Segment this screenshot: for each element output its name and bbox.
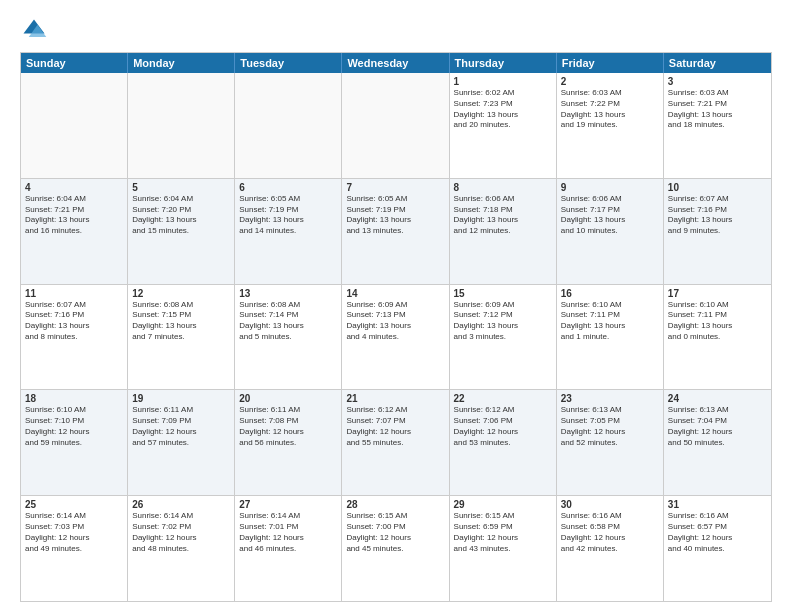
day-info: Sunrise: 6:11 AM Sunset: 7:09 PM Dayligh…: [132, 405, 230, 448]
day-number: 30: [561, 499, 659, 510]
day-number: 4: [25, 182, 123, 193]
day-number: 2: [561, 76, 659, 87]
day-info: Sunrise: 6:14 AM Sunset: 7:01 PM Dayligh…: [239, 511, 337, 554]
day-cell-19: 19Sunrise: 6:11 AM Sunset: 7:09 PM Dayli…: [128, 390, 235, 495]
day-number: 15: [454, 288, 552, 299]
day-cell-26: 26Sunrise: 6:14 AM Sunset: 7:02 PM Dayli…: [128, 496, 235, 601]
day-info: Sunrise: 6:16 AM Sunset: 6:57 PM Dayligh…: [668, 511, 767, 554]
day-cell-1: 1Sunrise: 6:02 AM Sunset: 7:23 PM Daylig…: [450, 73, 557, 178]
day-number: 31: [668, 499, 767, 510]
calendar-row-4: 25Sunrise: 6:14 AM Sunset: 7:03 PM Dayli…: [21, 496, 771, 601]
day-number: 23: [561, 393, 659, 404]
day-cell-28: 28Sunrise: 6:15 AM Sunset: 7:00 PM Dayli…: [342, 496, 449, 601]
day-cell-21: 21Sunrise: 6:12 AM Sunset: 7:07 PM Dayli…: [342, 390, 449, 495]
logo-icon: [20, 16, 48, 44]
day-info: Sunrise: 6:10 AM Sunset: 7:11 PM Dayligh…: [561, 300, 659, 343]
day-cell-5: 5Sunrise: 6:04 AM Sunset: 7:20 PM Daylig…: [128, 179, 235, 284]
day-number: 6: [239, 182, 337, 193]
calendar: SundayMondayTuesdayWednesdayThursdayFrid…: [20, 52, 772, 602]
header-cell-saturday: Saturday: [664, 53, 771, 73]
day-cell-15: 15Sunrise: 6:09 AM Sunset: 7:12 PM Dayli…: [450, 285, 557, 390]
day-number: 29: [454, 499, 552, 510]
day-info: Sunrise: 6:10 AM Sunset: 7:11 PM Dayligh…: [668, 300, 767, 343]
day-info: Sunrise: 6:06 AM Sunset: 7:18 PM Dayligh…: [454, 194, 552, 237]
day-info: Sunrise: 6:08 AM Sunset: 7:15 PM Dayligh…: [132, 300, 230, 343]
header-cell-monday: Monday: [128, 53, 235, 73]
day-number: 19: [132, 393, 230, 404]
day-info: Sunrise: 6:13 AM Sunset: 7:04 PM Dayligh…: [668, 405, 767, 448]
day-cell-7: 7Sunrise: 6:05 AM Sunset: 7:19 PM Daylig…: [342, 179, 449, 284]
calendar-row-1: 4Sunrise: 6:04 AM Sunset: 7:21 PM Daylig…: [21, 179, 771, 285]
page: SundayMondayTuesdayWednesdayThursdayFrid…: [0, 0, 792, 612]
day-cell-4: 4Sunrise: 6:04 AM Sunset: 7:21 PM Daylig…: [21, 179, 128, 284]
day-cell-31: 31Sunrise: 6:16 AM Sunset: 6:57 PM Dayli…: [664, 496, 771, 601]
day-info: Sunrise: 6:07 AM Sunset: 7:16 PM Dayligh…: [25, 300, 123, 343]
day-cell-6: 6Sunrise: 6:05 AM Sunset: 7:19 PM Daylig…: [235, 179, 342, 284]
day-number: 28: [346, 499, 444, 510]
empty-cell: [21, 73, 128, 178]
day-number: 10: [668, 182, 767, 193]
day-number: 16: [561, 288, 659, 299]
empty-cell: [342, 73, 449, 178]
header-cell-thursday: Thursday: [450, 53, 557, 73]
day-cell-25: 25Sunrise: 6:14 AM Sunset: 7:03 PM Dayli…: [21, 496, 128, 601]
logo: [20, 16, 52, 44]
day-cell-11: 11Sunrise: 6:07 AM Sunset: 7:16 PM Dayli…: [21, 285, 128, 390]
day-number: 22: [454, 393, 552, 404]
day-info: Sunrise: 6:12 AM Sunset: 7:06 PM Dayligh…: [454, 405, 552, 448]
day-info: Sunrise: 6:08 AM Sunset: 7:14 PM Dayligh…: [239, 300, 337, 343]
day-cell-23: 23Sunrise: 6:13 AM Sunset: 7:05 PM Dayli…: [557, 390, 664, 495]
day-info: Sunrise: 6:07 AM Sunset: 7:16 PM Dayligh…: [668, 194, 767, 237]
day-number: 5: [132, 182, 230, 193]
day-info: Sunrise: 6:03 AM Sunset: 7:22 PM Dayligh…: [561, 88, 659, 131]
day-number: 17: [668, 288, 767, 299]
day-info: Sunrise: 6:10 AM Sunset: 7:10 PM Dayligh…: [25, 405, 123, 448]
day-info: Sunrise: 6:03 AM Sunset: 7:21 PM Dayligh…: [668, 88, 767, 131]
day-info: Sunrise: 6:09 AM Sunset: 7:12 PM Dayligh…: [454, 300, 552, 343]
day-info: Sunrise: 6:04 AM Sunset: 7:20 PM Dayligh…: [132, 194, 230, 237]
header: [20, 16, 772, 44]
day-number: 3: [668, 76, 767, 87]
day-number: 26: [132, 499, 230, 510]
day-cell-8: 8Sunrise: 6:06 AM Sunset: 7:18 PM Daylig…: [450, 179, 557, 284]
day-info: Sunrise: 6:05 AM Sunset: 7:19 PM Dayligh…: [239, 194, 337, 237]
day-info: Sunrise: 6:04 AM Sunset: 7:21 PM Dayligh…: [25, 194, 123, 237]
day-number: 12: [132, 288, 230, 299]
day-cell-16: 16Sunrise: 6:10 AM Sunset: 7:11 PM Dayli…: [557, 285, 664, 390]
day-number: 13: [239, 288, 337, 299]
calendar-row-3: 18Sunrise: 6:10 AM Sunset: 7:10 PM Dayli…: [21, 390, 771, 496]
day-number: 7: [346, 182, 444, 193]
empty-cell: [235, 73, 342, 178]
day-cell-27: 27Sunrise: 6:14 AM Sunset: 7:01 PM Dayli…: [235, 496, 342, 601]
day-info: Sunrise: 6:14 AM Sunset: 7:02 PM Dayligh…: [132, 511, 230, 554]
day-number: 1: [454, 76, 552, 87]
day-info: Sunrise: 6:11 AM Sunset: 7:08 PM Dayligh…: [239, 405, 337, 448]
day-cell-24: 24Sunrise: 6:13 AM Sunset: 7:04 PM Dayli…: [664, 390, 771, 495]
day-number: 11: [25, 288, 123, 299]
calendar-header: SundayMondayTuesdayWednesdayThursdayFrid…: [21, 53, 771, 73]
day-cell-29: 29Sunrise: 6:15 AM Sunset: 6:59 PM Dayli…: [450, 496, 557, 601]
day-cell-17: 17Sunrise: 6:10 AM Sunset: 7:11 PM Dayli…: [664, 285, 771, 390]
day-number: 25: [25, 499, 123, 510]
day-info: Sunrise: 6:14 AM Sunset: 7:03 PM Dayligh…: [25, 511, 123, 554]
day-cell-14: 14Sunrise: 6:09 AM Sunset: 7:13 PM Dayli…: [342, 285, 449, 390]
day-info: Sunrise: 6:13 AM Sunset: 7:05 PM Dayligh…: [561, 405, 659, 448]
header-cell-friday: Friday: [557, 53, 664, 73]
day-number: 20: [239, 393, 337, 404]
empty-cell: [128, 73, 235, 178]
day-info: Sunrise: 6:15 AM Sunset: 7:00 PM Dayligh…: [346, 511, 444, 554]
header-cell-wednesday: Wednesday: [342, 53, 449, 73]
calendar-row-2: 11Sunrise: 6:07 AM Sunset: 7:16 PM Dayli…: [21, 285, 771, 391]
day-number: 27: [239, 499, 337, 510]
day-number: 24: [668, 393, 767, 404]
day-cell-2: 2Sunrise: 6:03 AM Sunset: 7:22 PM Daylig…: [557, 73, 664, 178]
day-cell-22: 22Sunrise: 6:12 AM Sunset: 7:06 PM Dayli…: [450, 390, 557, 495]
day-number: 9: [561, 182, 659, 193]
day-cell-13: 13Sunrise: 6:08 AM Sunset: 7:14 PM Dayli…: [235, 285, 342, 390]
day-cell-30: 30Sunrise: 6:16 AM Sunset: 6:58 PM Dayli…: [557, 496, 664, 601]
day-cell-3: 3Sunrise: 6:03 AM Sunset: 7:21 PM Daylig…: [664, 73, 771, 178]
day-number: 8: [454, 182, 552, 193]
day-info: Sunrise: 6:12 AM Sunset: 7:07 PM Dayligh…: [346, 405, 444, 448]
day-info: Sunrise: 6:02 AM Sunset: 7:23 PM Dayligh…: [454, 88, 552, 131]
day-info: Sunrise: 6:09 AM Sunset: 7:13 PM Dayligh…: [346, 300, 444, 343]
